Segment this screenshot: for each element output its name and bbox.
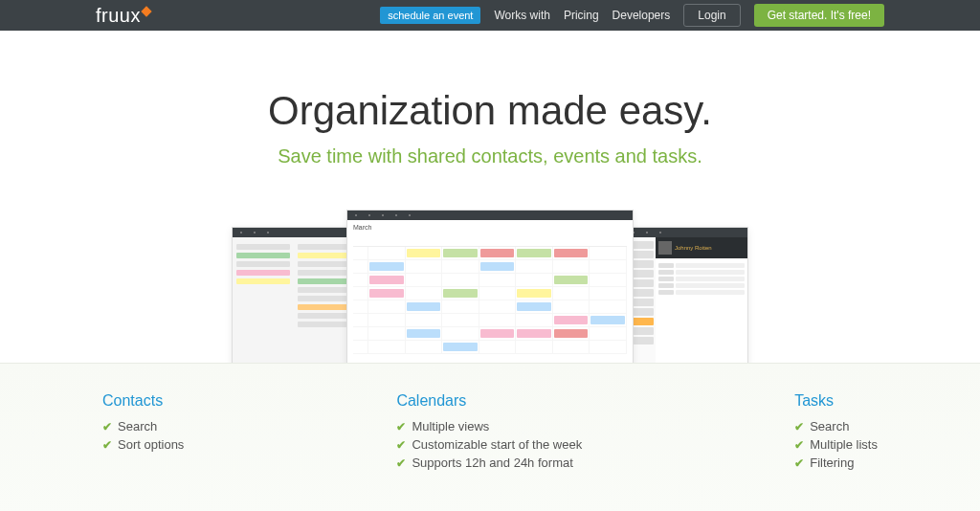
check-icon: ✔ (102, 420, 112, 433)
hero-subtitle: Save time with shared contacts, events a… (0, 145, 980, 167)
hero-title: Organization made easy. (0, 88, 980, 134)
feature-tasks: Tasks ✔Search ✔Multiple lists ✔Filtering (794, 392, 878, 474)
check-icon: ✔ (794, 438, 804, 452)
feature-title-contacts: Contacts (102, 392, 184, 410)
check-icon: ✔ (396, 438, 406, 452)
check-icon: ✔ (794, 456, 804, 470)
feature-item: ✔Customizable start of the week (396, 437, 582, 452)
feature-item: ✔Search (102, 419, 184, 433)
logo-accent-icon (141, 6, 151, 16)
feature-contacts: Contacts ✔Search ✔Sort options (102, 392, 184, 474)
avatar (658, 241, 672, 255)
feature-item: ✔Multiple lists (794, 437, 878, 452)
feature-item: ✔Multiple views (396, 419, 582, 433)
feature-title-calendars: Calendars (396, 392, 582, 410)
calendar-month-label: March (353, 224, 627, 231)
feature-title-tasks: Tasks (794, 392, 878, 410)
contact-name: Johnny Rotten (675, 245, 712, 251)
product-screenshots: March (0, 210, 980, 363)
screenshot-contacts: Johnny Rotten (624, 227, 748, 363)
hero-section: Organization made easy. Save time with s… (0, 31, 980, 167)
feature-item: ✔Sort options (102, 437, 184, 452)
nav-link-works-with[interactable]: Works with (494, 9, 549, 22)
feature-item: ✔Search (794, 419, 878, 433)
check-icon: ✔ (794, 420, 804, 433)
nav-link-pricing[interactable]: Pricing (564, 9, 599, 22)
feature-item: ✔Filtering (794, 455, 878, 470)
login-button[interactable]: Login (683, 4, 740, 27)
check-icon: ✔ (396, 456, 406, 470)
navbar: fruux schedule an event Works with Prici… (0, 0, 980, 31)
feature-calendars: Calendars ✔Multiple views ✔Customizable … (396, 392, 582, 474)
nav-right: schedule an event Works with Pricing Dev… (380, 4, 884, 27)
screenshot-calendar: March (346, 210, 634, 363)
nav-link-developers[interactable]: Developers (612, 9, 671, 22)
check-icon: ✔ (396, 420, 406, 433)
logo[interactable]: fruux (96, 5, 150, 27)
schedule-event-badge[interactable]: schedule an event (380, 7, 480, 24)
check-icon: ✔ (102, 438, 112, 452)
features-section: Contacts ✔Search ✔Sort options Calendars… (0, 363, 980, 511)
logo-text: fruux (96, 5, 141, 27)
screenshot-tasks (232, 227, 356, 363)
feature-item: ✔Supports 12h and 24h format (396, 455, 582, 470)
get-started-button[interactable]: Get started. It's free! (754, 4, 884, 27)
